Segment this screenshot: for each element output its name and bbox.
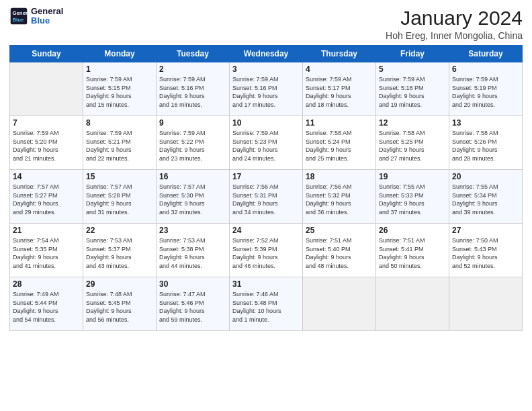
day-content: Sunrise: 7:53 AM Sunset: 5:38 PM Dayligh… [159,236,226,270]
day-number: 19 [379,172,446,181]
header-wednesday: Wednesday [230,46,303,62]
calendar-cell: 27Sunrise: 7:50 AM Sunset: 5:43 PM Dayli… [449,224,523,277]
page-subtitle: Hoh Ereg, Inner Mongolia, China [386,30,523,41]
day-number: 30 [159,279,226,289]
day-content: Sunrise: 7:58 AM Sunset: 5:26 PM Dayligh… [452,129,519,163]
calendar-cell: 20Sunrise: 7:55 AM Sunset: 5:34 PM Dayli… [449,170,523,224]
day-number: 4 [306,64,373,74]
day-content: Sunrise: 7:55 AM Sunset: 5:34 PM Dayligh… [452,183,519,216]
calendar-cell: 21Sunrise: 7:54 AM Sunset: 5:35 PM Dayli… [10,224,83,277]
calendar-cell: 8Sunrise: 7:59 AM Sunset: 5:21 PM Daylig… [83,116,157,170]
calendar-cell: 24Sunrise: 7:52 AM Sunset: 5:39 PM Dayli… [230,224,303,277]
calendar-cell: 5Sunrise: 7:59 AM Sunset: 5:18 PM Daylig… [376,62,449,116]
calendar-cell: 16Sunrise: 7:57 AM Sunset: 5:30 PM Dayli… [157,170,230,224]
day-number: 15 [86,172,153,181]
day-number: 20 [452,172,519,181]
day-number: 22 [86,226,153,235]
day-content: Sunrise: 7:50 AM Sunset: 5:43 PM Dayligh… [452,236,519,270]
day-number: 2 [159,64,226,74]
calendar-cell: 26Sunrise: 7:51 AM Sunset: 5:41 PM Dayli… [376,224,449,277]
day-number: 29 [86,279,153,289]
calendar-cell: 4Sunrise: 7:59 AM Sunset: 5:17 PM Daylig… [303,62,376,116]
header-monday: Monday [83,46,157,62]
calendar-cell: 6Sunrise: 7:59 AM Sunset: 5:19 PM Daylig… [449,62,523,116]
calendar-cell [376,277,449,331]
day-content: Sunrise: 7:59 AM Sunset: 5:15 PM Dayligh… [86,75,153,109]
calendar-cell: 19Sunrise: 7:55 AM Sunset: 5:33 PM Dayli… [376,170,449,224]
calendar-cell: 17Sunrise: 7:56 AM Sunset: 5:31 PM Dayli… [230,170,303,224]
header-sunday: Sunday [10,46,83,62]
day-content: Sunrise: 7:53 AM Sunset: 5:37 PM Dayligh… [86,236,153,270]
calendar-week-5: 28Sunrise: 7:49 AM Sunset: 5:44 PM Dayli… [10,277,523,331]
day-content: Sunrise: 7:59 AM Sunset: 5:22 PM Dayligh… [159,129,226,163]
calendar-cell: 11Sunrise: 7:58 AM Sunset: 5:24 PM Dayli… [303,116,376,170]
calendar-cell: 9Sunrise: 7:59 AM Sunset: 5:22 PM Daylig… [157,116,230,170]
calendar-cell: 15Sunrise: 7:57 AM Sunset: 5:28 PM Dayli… [83,170,157,224]
header-saturday: Saturday [449,46,523,62]
day-content: Sunrise: 7:59 AM Sunset: 5:16 PM Dayligh… [159,75,226,109]
day-number: 18 [306,172,373,181]
day-number: 5 [379,64,446,74]
logo: General Blue General Blue [9,7,63,26]
day-content: Sunrise: 7:59 AM Sunset: 5:19 PM Dayligh… [452,75,519,109]
day-number: 25 [306,226,373,235]
day-content: Sunrise: 7:59 AM Sunset: 5:21 PM Dayligh… [86,129,153,163]
day-number: 24 [232,226,300,235]
calendar-cell: 10Sunrise: 7:59 AM Sunset: 5:23 PM Dayli… [230,116,303,170]
calendar-cell: 23Sunrise: 7:53 AM Sunset: 5:38 PM Dayli… [157,224,230,277]
calendar-cell: 25Sunrise: 7:51 AM Sunset: 5:40 PM Dayli… [303,224,376,277]
day-number: 16 [159,172,226,181]
header-tuesday: Tuesday [157,46,230,62]
day-content: Sunrise: 7:59 AM Sunset: 5:18 PM Dayligh… [379,75,446,109]
day-number: 28 [13,279,80,289]
calendar-week-3: 14Sunrise: 7:57 AM Sunset: 5:27 PM Dayli… [10,170,523,224]
calendar-cell: 18Sunrise: 7:56 AM Sunset: 5:32 PM Dayli… [303,170,376,224]
day-content: Sunrise: 7:58 AM Sunset: 5:25 PM Dayligh… [379,129,446,163]
day-content: Sunrise: 7:56 AM Sunset: 5:32 PM Dayligh… [306,183,373,216]
day-content: Sunrise: 7:51 AM Sunset: 5:41 PM Dayligh… [379,236,446,270]
day-content: Sunrise: 7:57 AM Sunset: 5:30 PM Dayligh… [159,183,226,216]
day-number: 23 [159,226,226,235]
day-content: Sunrise: 7:57 AM Sunset: 5:27 PM Dayligh… [13,183,80,216]
day-content: Sunrise: 7:51 AM Sunset: 5:40 PM Dayligh… [306,236,373,270]
day-number: 9 [159,118,226,128]
day-number: 17 [232,172,300,181]
svg-text:Blue: Blue [12,17,24,23]
calendar-cell: 1Sunrise: 7:59 AM Sunset: 5:15 PM Daylig… [83,62,157,116]
day-number: 21 [13,226,80,235]
day-content: Sunrise: 7:46 AM Sunset: 5:48 PM Dayligh… [232,290,300,324]
title-section: January 2024 Hoh Ereg, Inner Mongolia, C… [386,7,523,41]
day-number: 27 [452,226,519,235]
day-number: 12 [379,118,446,128]
calendar-week-4: 21Sunrise: 7:54 AM Sunset: 5:35 PM Dayli… [10,224,523,277]
day-content: Sunrise: 7:47 AM Sunset: 5:46 PM Dayligh… [159,290,226,324]
day-content: Sunrise: 7:59 AM Sunset: 5:17 PM Dayligh… [306,75,373,109]
calendar-cell: 30Sunrise: 7:47 AM Sunset: 5:46 PM Dayli… [157,277,230,331]
calendar-cell [303,277,376,331]
calendar-table: SundayMondayTuesdayWednesdayThursdayFrid… [9,45,523,331]
day-content: Sunrise: 7:48 AM Sunset: 5:45 PM Dayligh… [86,290,153,324]
calendar-cell: 31Sunrise: 7:46 AM Sunset: 5:48 PM Dayli… [230,277,303,331]
calendar-cell: 22Sunrise: 7:53 AM Sunset: 5:37 PM Dayli… [83,224,157,277]
day-content: Sunrise: 7:52 AM Sunset: 5:39 PM Dayligh… [232,236,300,270]
calendar-week-2: 7Sunrise: 7:59 AM Sunset: 5:20 PM Daylig… [10,116,523,170]
day-content: Sunrise: 7:56 AM Sunset: 5:31 PM Dayligh… [232,183,300,216]
calendar-cell [449,277,523,331]
day-content: Sunrise: 7:58 AM Sunset: 5:24 PM Dayligh… [306,129,373,163]
day-number: 6 [452,64,519,74]
calendar-cell: 13Sunrise: 7:58 AM Sunset: 5:26 PM Dayli… [449,116,523,170]
calendar-cell [10,62,83,116]
day-content: Sunrise: 7:49 AM Sunset: 5:44 PM Dayligh… [13,290,80,324]
day-number: 1 [86,64,153,74]
header: General Blue General Blue January 2024 H… [9,7,523,41]
day-content: Sunrise: 7:54 AM Sunset: 5:35 PM Dayligh… [13,236,80,270]
day-content: Sunrise: 7:57 AM Sunset: 5:28 PM Dayligh… [86,183,153,216]
day-number: 7 [13,118,80,128]
calendar-cell: 2Sunrise: 7:59 AM Sunset: 5:16 PM Daylig… [157,62,230,116]
header-thursday: Thursday [303,46,376,62]
day-number: 26 [379,226,446,235]
day-content: Sunrise: 7:55 AM Sunset: 5:33 PM Dayligh… [379,183,446,216]
logo-icon: General Blue [9,7,28,26]
calendar-cell: 28Sunrise: 7:49 AM Sunset: 5:44 PM Dayli… [10,277,83,331]
day-number: 8 [86,118,153,128]
